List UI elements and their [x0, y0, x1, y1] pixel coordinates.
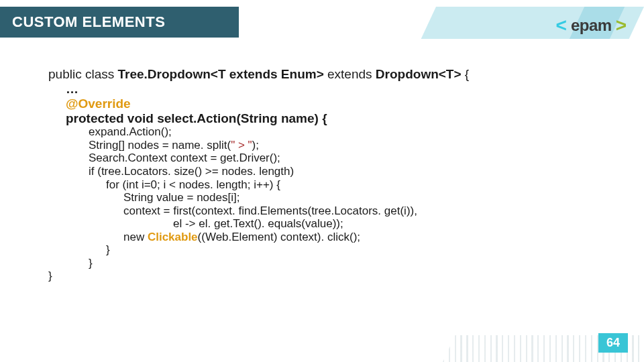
slide-title: CUSTOM ELEMENTS	[0, 7, 239, 38]
page-number: 64	[598, 333, 628, 353]
logo-text: epam	[571, 16, 612, 35]
logo-bracket-left: <	[556, 20, 567, 32]
logo: < epam >	[556, 16, 627, 35]
logo-bracket-right: >	[616, 20, 627, 32]
code-block: public class Tree.Dropdown<T extends Enu…	[48, 67, 624, 283]
